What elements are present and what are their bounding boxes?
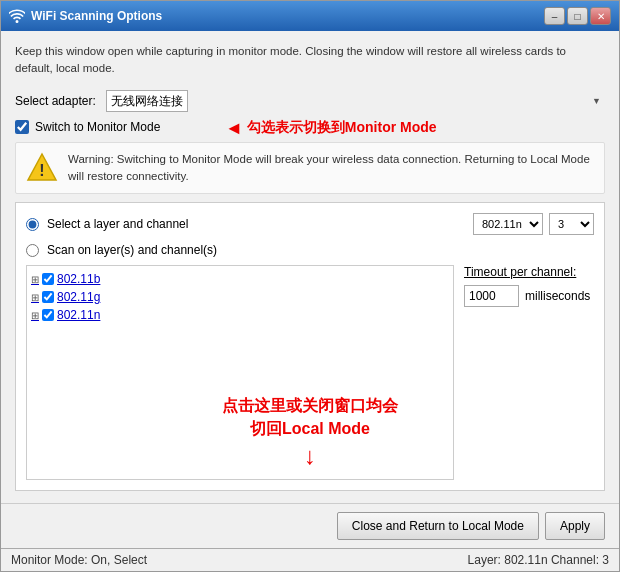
radio-row-2: Scan on layer(s) and channel(s) [26, 243, 594, 257]
tree-checkbox-n[interactable] [42, 309, 54, 321]
standard-select[interactable]: 802.11n 802.11g 802.11b [473, 213, 543, 235]
title-bar-left: WiFi Scanning Options [9, 8, 162, 24]
radio-select-layer[interactable] [26, 218, 39, 231]
timeout-panel: Timeout per channel: milliseconds [464, 265, 594, 480]
adapter-label: Select adapter: [15, 94, 96, 108]
timeout-input-row: milliseconds [464, 285, 594, 307]
title-bar-buttons: – □ ✕ [544, 7, 611, 25]
status-right: Layer: 802.11n Channel: 3 [468, 553, 609, 567]
status-bar: Monitor Mode: On, Select Layer: 802.11n … [1, 548, 619, 571]
timeout-label: Timeout per channel: [464, 265, 594, 279]
annotation-line1: 点击这里或关闭窗口均会 [222, 395, 398, 417]
status-left: Monitor Mode: On, Select [11, 553, 147, 567]
adapter-row: Select adapter: 无线网络连接 [15, 90, 605, 112]
list-item[interactable]: ⊞ 802.11g [31, 288, 449, 306]
apply-button[interactable]: Apply [545, 512, 605, 540]
center-annotation: 点击这里或关闭窗口均会 切回Local Mode ↓ [222, 395, 398, 470]
milliseconds-label: milliseconds [525, 289, 590, 303]
monitor-annotation: ◄ 勾选表示切换到Monitor Mode [225, 118, 437, 139]
svg-text:!: ! [39, 162, 44, 179]
monitor-mode-checkbox[interactable] [15, 120, 29, 134]
warning-box: ! Warning: Switching to Monitor Mode wil… [15, 142, 605, 195]
layer-select-row: 802.11n 802.11g 802.11b 3 1 2 4 5 6 [473, 213, 594, 235]
adapter-select[interactable]: 无线网络连接 [106, 90, 188, 112]
expand-icon-3: ⊞ [31, 310, 39, 321]
tree-label-b: 802.11b [57, 272, 100, 286]
arrow-down-icon: ↓ [222, 442, 398, 470]
channel-select[interactable]: 3 1 2 4 5 6 [549, 213, 594, 235]
tree-checkbox-b[interactable] [42, 273, 54, 285]
radio-select-layer-label: Select a layer and channel [47, 217, 188, 231]
radio-row-1: Select a layer and channel [26, 217, 188, 231]
close-local-button[interactable]: Close and Return to Local Mode [337, 512, 539, 540]
adapter-select-wrapper: 无线网络连接 [106, 90, 605, 112]
expand-icon-1: ⊞ [31, 274, 39, 285]
wifi-icon [9, 8, 25, 24]
main-content: Keep this window open while capturing in… [1, 31, 619, 503]
top-options-row: Select a layer and channel 802.11n 802.1… [26, 213, 594, 235]
info-text: Keep this window open while capturing in… [15, 43, 605, 78]
annotation-line2: 切回Local Mode [222, 418, 398, 440]
bottom-buttons: Close and Return to Local Mode Apply [1, 503, 619, 548]
options-panel: Select a layer and channel 802.11n 802.1… [15, 202, 605, 491]
monitor-annotation-text: 勾选表示切换到Monitor Mode [247, 119, 437, 137]
tree-checkbox-g[interactable] [42, 291, 54, 303]
maximize-button[interactable]: □ [567, 7, 588, 25]
list-item[interactable]: ⊞ 802.11b [31, 270, 449, 288]
expand-icon-2: ⊞ [31, 292, 39, 303]
radio-scan-layers[interactable] [26, 244, 39, 257]
arrow-left-icon: ◄ [225, 118, 243, 139]
monitor-mode-row: Switch to Monitor Mode ◄ 勾选表示切换到Monitor … [15, 120, 605, 134]
title-text: WiFi Scanning Options [31, 9, 162, 23]
list-item[interactable]: ⊞ 802.11n [31, 306, 449, 324]
minimize-button[interactable]: – [544, 7, 565, 25]
wifi-scanning-window: WiFi Scanning Options – □ ✕ Keep this wi… [0, 0, 620, 572]
warning-icon: ! [26, 151, 58, 183]
tree-label-n: 802.11n [57, 308, 100, 322]
title-bar: WiFi Scanning Options – □ ✕ [1, 1, 619, 31]
radio-scan-layers-label: Scan on layer(s) and channel(s) [47, 243, 217, 257]
monitor-mode-label: Switch to Monitor Mode [35, 120, 160, 134]
close-button[interactable]: ✕ [590, 7, 611, 25]
timeout-input[interactable] [464, 285, 519, 307]
tree-label-g: 802.11g [57, 290, 100, 304]
warning-text: Warning: Switching to Monitor Mode will … [68, 151, 594, 186]
